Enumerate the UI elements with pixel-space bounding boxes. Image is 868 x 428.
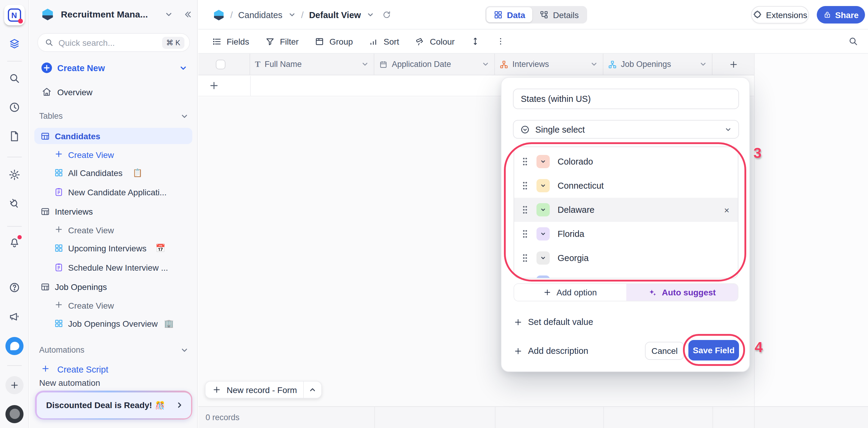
create-view-job-openings[interactable]: Create View bbox=[34, 297, 192, 313]
option-color-swatch[interactable] bbox=[536, 155, 550, 168]
view-schedule-new-interview[interactable]: Schedule New Interview ... bbox=[34, 259, 192, 275]
option-color-swatch[interactable] bbox=[536, 203, 550, 216]
fields-button[interactable]: Fields bbox=[212, 36, 249, 46]
add-option-button[interactable]: Add option bbox=[514, 284, 626, 301]
refresh-icon[interactable] bbox=[382, 10, 391, 19]
option-row[interactable]: Connecticut bbox=[514, 174, 738, 198]
user-avatar[interactable] bbox=[5, 405, 23, 423]
help-icon[interactable] bbox=[8, 281, 20, 294]
add-workspace-button[interactable] bbox=[5, 376, 23, 394]
column-job-openings[interactable]: Job Openings bbox=[603, 54, 712, 75]
option-row-partial[interactable] bbox=[514, 270, 738, 278]
automations-section-header[interactable]: Automations bbox=[34, 342, 192, 358]
chevron-down-icon bbox=[179, 64, 187, 72]
column-divider bbox=[250, 76, 251, 96]
calendar-icon bbox=[379, 60, 388, 68]
settings-gear-icon[interactable] bbox=[8, 169, 20, 181]
announcements-megaphone-icon[interactable] bbox=[8, 310, 20, 323]
remove-option-icon[interactable]: × bbox=[724, 205, 730, 215]
new-record-mode-caret[interactable] bbox=[303, 381, 321, 398]
databases-icon[interactable] bbox=[8, 38, 20, 50]
create-view-candidates[interactable]: Create View bbox=[34, 147, 192, 163]
view-all-candidates[interactable]: All Candidates 📋 bbox=[34, 164, 192, 181]
column-application-date[interactable]: Application Date bbox=[374, 54, 495, 75]
gallery-view-icon bbox=[54, 319, 63, 328]
clipboard-emoji: 📋 bbox=[133, 168, 142, 177]
chevron-down-icon[interactable] bbox=[361, 60, 369, 68]
chevron-down-icon[interactable] bbox=[366, 11, 374, 19]
column-full-name[interactable]: T Full Name bbox=[250, 54, 374, 75]
add-description-button[interactable]: Add description bbox=[514, 342, 588, 359]
create-script-button[interactable]: Create Script bbox=[34, 361, 192, 377]
create-new-button[interactable]: Create New bbox=[34, 60, 192, 76]
add-record-plus-icon[interactable] bbox=[209, 80, 219, 91]
notification-dot bbox=[17, 235, 22, 239]
tab-data[interactable]: Data bbox=[487, 7, 532, 22]
promo-banner[interactable]: Discounted Deal is Ready! 🎊 bbox=[35, 391, 192, 420]
save-field-button[interactable]: Save Field bbox=[688, 340, 739, 361]
set-default-value-button[interactable]: Set default value bbox=[514, 313, 593, 330]
drag-handle-icon[interactable] bbox=[523, 254, 527, 262]
nocodb-logo-icon[interactable]: N bbox=[4, 5, 24, 25]
cancel-button[interactable]: Cancel bbox=[645, 342, 684, 360]
quick-search-input[interactable]: Quick search... ⌘ K bbox=[37, 33, 190, 52]
add-column-button[interactable] bbox=[712, 54, 754, 75]
select-all-checkbox[interactable] bbox=[216, 59, 225, 69]
drag-handle-icon[interactable] bbox=[523, 157, 527, 166]
table-icon bbox=[40, 207, 50, 216]
option-color-swatch[interactable] bbox=[536, 275, 550, 278]
sidebar-table-job-openings[interactable]: Job Openings bbox=[34, 278, 192, 295]
history-icon[interactable] bbox=[8, 101, 20, 113]
search-icon[interactable] bbox=[8, 72, 20, 84]
auto-suggest-button[interactable]: Auto suggest bbox=[626, 284, 738, 301]
view-new-candidate-application[interactable]: New Candidate Applicati... bbox=[34, 184, 192, 200]
filter-button[interactable]: Filter bbox=[266, 36, 299, 46]
share-button[interactable]: Share bbox=[817, 6, 865, 24]
annotation-number-4: 4 bbox=[755, 339, 763, 356]
breadcrumb-table[interactable]: Candidates bbox=[238, 10, 282, 20]
group-button[interactable]: Group bbox=[315, 36, 353, 46]
chevron-down-icon[interactable] bbox=[164, 10, 173, 19]
chevron-down-icon[interactable] bbox=[482, 60, 490, 68]
extensions-button[interactable]: Extensions bbox=[751, 6, 809, 24]
chevron-down-icon[interactable] bbox=[288, 11, 296, 19]
sidebar-table-candidates[interactable]: Candidates bbox=[34, 128, 192, 144]
option-row[interactable]: Georgia bbox=[514, 246, 738, 270]
option-row[interactable]: Florida bbox=[514, 222, 738, 246]
chevron-down-icon[interactable] bbox=[699, 60, 707, 68]
integrations-plug-icon[interactable] bbox=[8, 198, 20, 210]
view-job-openings-overview[interactable]: Job Openings Overview 🏢 bbox=[34, 315, 192, 332]
colour-button[interactable]: Colour bbox=[415, 36, 455, 46]
sidebar-table-interviews[interactable]: Interviews bbox=[34, 203, 192, 219]
option-color-swatch[interactable] bbox=[536, 179, 550, 192]
option-row[interactable]: Colorado bbox=[514, 150, 738, 174]
nocodb-cloud-icon[interactable] bbox=[5, 337, 23, 355]
notifications-bell-icon[interactable] bbox=[8, 236, 20, 248]
option-color-swatch[interactable] bbox=[536, 251, 550, 265]
sidebar-item-overview[interactable]: Overview bbox=[34, 84, 192, 100]
column-interviews[interactable]: Interviews bbox=[495, 54, 603, 75]
drag-handle-icon[interactable] bbox=[523, 181, 527, 190]
field-type-select[interactable]: Single select bbox=[513, 120, 739, 139]
breadcrumb-view[interactable]: Default View bbox=[309, 10, 361, 20]
field-name-input[interactable]: States (within US) bbox=[513, 89, 739, 109]
drag-handle-icon[interactable] bbox=[523, 206, 527, 214]
tables-section-header[interactable]: Tables bbox=[34, 108, 192, 124]
notification-dot bbox=[18, 19, 23, 24]
collapse-sidebar-icon[interactable] bbox=[183, 10, 192, 19]
view-upcoming-interviews[interactable]: Upcoming Interviews 📅 bbox=[34, 240, 192, 256]
option-color-swatch[interactable] bbox=[536, 227, 550, 241]
search-records-icon[interactable] bbox=[848, 36, 858, 47]
workspace-switcher[interactable]: Recruitment Mana... bbox=[34, 6, 192, 22]
create-view-interviews[interactable]: Create View bbox=[34, 222, 192, 238]
docs-icon[interactable] bbox=[8, 130, 20, 142]
new-record-button[interactable]: New record - Form bbox=[205, 381, 322, 398]
more-options-button[interactable] bbox=[496, 37, 505, 46]
option-row-highlighted[interactable]: Delaware × bbox=[514, 198, 738, 222]
tab-details[interactable]: Details bbox=[532, 7, 586, 22]
sort-button[interactable]: Sort bbox=[369, 36, 399, 46]
chevron-down-icon[interactable] bbox=[590, 60, 598, 68]
row-height-button[interactable] bbox=[471, 37, 480, 46]
drag-handle-icon[interactable] bbox=[523, 230, 527, 238]
base-hexagon-icon[interactable] bbox=[213, 9, 225, 21]
